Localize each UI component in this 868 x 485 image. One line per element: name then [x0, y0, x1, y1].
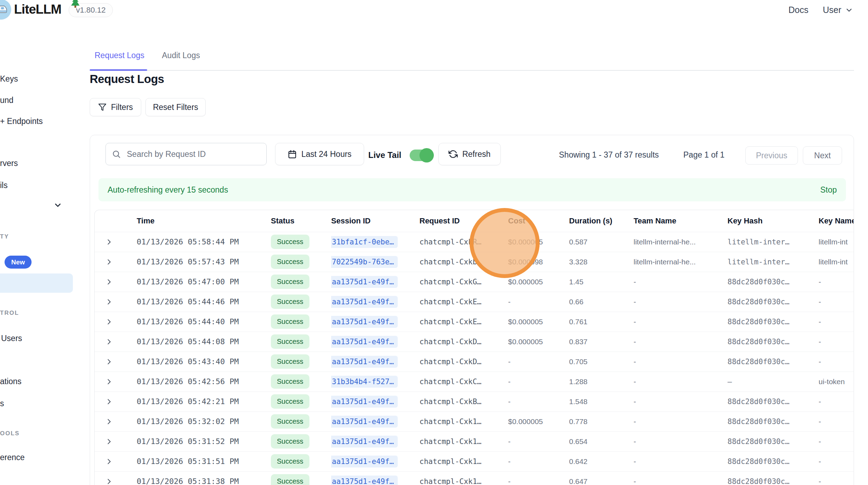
status-badge: Success	[271, 235, 309, 249]
tree-icon	[70, 0, 81, 9]
table-row[interactable]: 01/13/2026 05:44:46 PMSuccessaa1375d1-e4…	[95, 292, 854, 312]
cell-cost: $0.000005	[508, 411, 569, 431]
table-row[interactable]: 01/13/2026 05:44:40 PMSuccessaa1375d1-e4…	[95, 312, 854, 332]
sidebar-item-organizations[interactable]: ations	[0, 377, 21, 386]
cell	[95, 372, 137, 392]
tab-audit-logs[interactable]: Audit Logs	[162, 51, 200, 60]
cell-key-name: -	[819, 411, 854, 431]
cell: Success	[271, 232, 331, 252]
refresh-button[interactable]: Refresh	[438, 143, 501, 165]
cell-time: 01/13/2026 05:31:38 PM	[137, 471, 271, 485]
expand-chevron-icon[interactable]	[105, 278, 137, 286]
brand-title[interactable]: LiteLLM	[14, 2, 61, 17]
table-row[interactable]: 01/13/2026 05:32:02 PMSuccessaa1375d1-e4…	[95, 411, 854, 431]
stop-auto-refresh-link[interactable]: Stop	[820, 185, 837, 195]
live-tail-label: Live Tail	[368, 150, 401, 160]
refresh-icon	[449, 150, 458, 159]
sidebar-collapse-chevron-icon[interactable]	[53, 201, 62, 210]
cell-duration: 0.778	[569, 411, 634, 431]
session-id-link[interactable]: 31b3b4b4-f527…	[331, 376, 398, 388]
table-row[interactable]: 01/13/2026 05:58:44 PMSuccess31bfa1cf-0e…	[95, 232, 854, 252]
session-id-link[interactable]: aa1375d1-e49f…	[331, 356, 398, 368]
auto-refresh-message: Auto-refreshing every 15 seconds	[108, 185, 228, 195]
live-tail-toggle[interactable]	[410, 150, 433, 161]
cell-key-hash: 88dc28d0f030c…	[727, 272, 819, 292]
session-id-link[interactable]: aa1375d1-e49f…	[331, 436, 398, 448]
session-id-link[interactable]: aa1375d1-e49f…	[331, 416, 398, 428]
expand-chevron-icon[interactable]	[105, 458, 137, 465]
cell: aa1375d1-e49f…	[331, 392, 419, 411]
sidebar-item-guardrails[interactable]: ils	[0, 181, 8, 190]
expand-chevron-icon[interactable]	[105, 438, 137, 445]
nav-docs-link[interactable]: Docs	[788, 5, 808, 15]
expand-chevron-icon[interactable]	[105, 258, 137, 266]
time-range-button[interactable]: Last 24 Hours	[275, 143, 364, 165]
cell: Success	[271, 292, 331, 312]
litellm-logo[interactable]	[0, 0, 11, 20]
next-page-button[interactable]: Next	[803, 146, 842, 165]
session-id-link[interactable]: aa1375d1-e49f…	[331, 296, 398, 308]
cell: Success	[271, 312, 331, 332]
expand-chevron-icon[interactable]	[105, 418, 137, 425]
cell-duration: 1.548	[569, 392, 634, 411]
session-id-link[interactable]: aa1375d1-e49f…	[331, 336, 398, 348]
cell-team-name: -	[634, 352, 727, 372]
cell: aa1375d1-e49f…	[331, 471, 419, 485]
expand-chevron-icon[interactable]	[105, 318, 137, 326]
sidebar-item-teams[interactable]: s	[0, 399, 4, 408]
previous-page-button[interactable]: Previous	[745, 146, 798, 165]
session-id-link[interactable]: aa1375d1-e49f…	[331, 476, 398, 485]
expand-chevron-icon[interactable]	[105, 398, 137, 406]
user-menu[interactable]: User	[823, 5, 853, 15]
cell-key-hash: 88dc28d0f030c…	[727, 352, 819, 372]
search-request-id	[105, 143, 267, 165]
table-row[interactable]: 01/13/2026 05:31:51 PMSuccessaa1375d1-e4…	[95, 451, 854, 471]
sidebar-item-models-endpoints[interactable]: + Endpoints	[0, 117, 43, 126]
cell-duration: 0.647	[569, 471, 634, 485]
expand-chevron-icon[interactable]	[105, 358, 137, 366]
table-row[interactable]: 01/13/2026 05:31:52 PMSuccessaa1375d1-e4…	[95, 431, 854, 451]
expand-chevron-icon[interactable]	[105, 298, 137, 306]
active-tab-underline	[90, 69, 147, 71]
session-id-link[interactable]: aa1375d1-e49f…	[331, 276, 398, 288]
tab-request-logs[interactable]: Request Logs	[95, 51, 144, 60]
sidebar-item-logs-active[interactable]	[0, 273, 73, 293]
cell	[95, 312, 137, 332]
cell-key-hash: litellm-inter…	[727, 232, 819, 252]
table-row[interactable]: 01/13/2026 05:42:56 PMSuccess31b3b4b4-f5…	[95, 372, 854, 392]
cell-key-name: -	[819, 332, 854, 352]
session-id-link[interactable]: aa1375d1-e49f…	[331, 316, 398, 328]
expand-chevron-icon[interactable]	[105, 378, 137, 386]
sidebar-item-playground[interactable]: und	[0, 96, 13, 105]
session-id-link[interactable]: 31bfa1cf-0ebe…	[331, 236, 398, 248]
sidebar-item-reference[interactable]: erence	[0, 453, 25, 462]
cell-request-id: chatcmpl-Cxkb…	[419, 252, 508, 272]
expand-chevron-icon[interactable]	[105, 238, 137, 246]
cell-time: 01/13/2026 05:47:00 PM	[137, 272, 271, 292]
sidebar-item-users[interactable]: Users	[1, 334, 22, 343]
table-row[interactable]: 01/13/2026 05:43:40 PMSuccessaa1375d1-e4…	[95, 352, 854, 372]
status-badge: Success	[271, 334, 309, 349]
table-row[interactable]: 01/13/2026 05:44:08 PMSuccessaa1375d1-e4…	[95, 332, 854, 352]
cell-team-name: -	[634, 272, 727, 292]
session-id-link[interactable]: aa1375d1-e49f…	[331, 456, 398, 467]
expand-chevron-icon[interactable]	[105, 338, 137, 346]
status-badge: Success	[271, 255, 309, 269]
filters-button[interactable]: Filters	[90, 98, 141, 116]
table-row[interactable]: 01/13/2026 05:42:21 PMSuccessaa1375d1-e4…	[95, 392, 854, 411]
cell-time: 01/13/2026 05:43:40 PM	[137, 352, 271, 372]
litellm-request-logs-page: { "header": { "brand": "LiteLLM", "versi…	[0, 0, 868, 485]
table-row[interactable]: 01/13/2026 05:57:43 PMSuccess7022549b-76…	[95, 252, 854, 272]
column-header: Status	[271, 210, 331, 232]
expand-chevron-icon[interactable]	[105, 478, 137, 485]
cell-team-name: litellm-internal-he...	[634, 252, 727, 272]
sidebar-item-virtual-keys[interactable]: Keys	[0, 74, 18, 84]
search-input[interactable]	[105, 143, 267, 165]
table-row[interactable]: 01/13/2026 05:31:38 PMSuccessaa1375d1-e4…	[95, 471, 854, 485]
sidebar-item-servers[interactable]: rvers	[0, 159, 18, 168]
status-badge: Success	[271, 474, 309, 485]
reset-filters-button[interactable]: Reset Filters	[145, 98, 206, 116]
session-id-link[interactable]: aa1375d1-e49f…	[331, 396, 398, 408]
session-id-link[interactable]: 7022549b-763e…	[331, 256, 398, 268]
table-row[interactable]: 01/13/2026 05:47:00 PMSuccessaa1375d1-e4…	[95, 272, 854, 292]
